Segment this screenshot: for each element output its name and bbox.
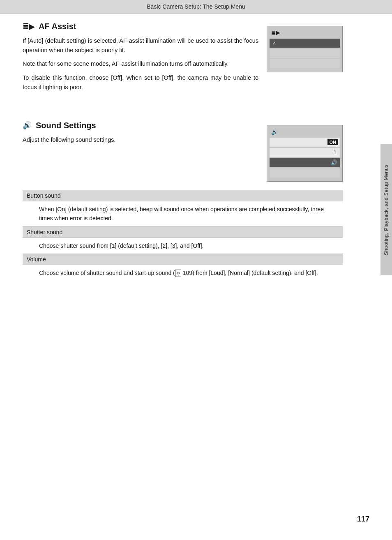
button-sound-content: When [On] (default setting) is selected,… <box>23 201 343 226</box>
sound-settings-menu-image: 🔊 ON 1 🔊 <box>267 125 343 182</box>
sound-settings-title: 🔊 Sound Settings <box>23 121 258 130</box>
sound-settings-description: Adjust the following sound settings. <box>23 135 258 145</box>
sidebar: Shooting, Playback, and Setup Menus <box>380 144 392 275</box>
af-assist-text: ≣▶ AF Assist If [Auto] (default setting)… <box>23 22 267 96</box>
speaker-icon: 🔊 <box>331 159 337 166</box>
af-menu-row-3 <box>270 59 340 68</box>
af-assist-paragraph3: To disable this function, choose [Off]. … <box>23 73 258 92</box>
volume-content: Choose volume of shutter sound and start… <box>23 265 343 281</box>
ref-icon: ⚙ <box>175 270 181 277</box>
sound-settings-table: Button sound When [On] (default setting)… <box>23 190 343 281</box>
af-assist-menu-image: ≣▶ <box>267 26 343 72</box>
af-assist-section: ≣▶ AF Assist If [Auto] (default setting)… <box>23 22 343 96</box>
sound-settings-text: 🔊 Sound Settings Adjust the following so… <box>23 121 267 149</box>
af-assist-paragraph1: If [Auto] (default setting) is selected,… <box>23 36 258 55</box>
divider-1 <box>23 108 343 121</box>
sound-menu-row-1: 1 <box>270 148 340 157</box>
af-assist-title: ≣▶ AF Assist <box>23 22 258 31</box>
af-assist-icon: ≣▶ <box>23 22 35 31</box>
on-badge: ON <box>327 139 339 145</box>
sound-settings-icon: 🔊 <box>23 121 32 130</box>
page-header: Basic Camera Setup: The Setup Menu <box>0 0 392 14</box>
page-number: 117 <box>357 515 369 524</box>
shutter-sound-content: Choose shutter sound from [1] (default s… <box>23 238 343 254</box>
sound-menu-row-speaker: 🔊 <box>270 158 340 167</box>
sound-menu-header-icon: 🔊 <box>271 129 278 135</box>
af-menu-row-1 <box>270 39 340 48</box>
af-assist-paragraph2: Note that for some scene modes, AF-assis… <box>23 59 258 69</box>
sound-settings-section: 🔊 Sound Settings Adjust the following so… <box>23 121 343 182</box>
sidebar-label: Shooting, Playback, and Setup Menus <box>383 164 389 255</box>
shutter-sound-header: Shutter sound <box>23 226 343 238</box>
volume-header: Volume <box>23 254 343 265</box>
header-title: Basic Camera Setup: The Setup Menu <box>147 3 245 10</box>
button-sound-header: Button sound <box>23 190 343 201</box>
af-menu-header-icon: ≣▶ <box>271 30 280 36</box>
main-content: ≣▶ AF Assist If [Auto] (default setting)… <box>23 14 343 281</box>
af-menu-row-2 <box>270 49 340 58</box>
sound-menu-row-on: ON <box>270 138 340 147</box>
sound-menu-row-empty <box>270 168 340 178</box>
